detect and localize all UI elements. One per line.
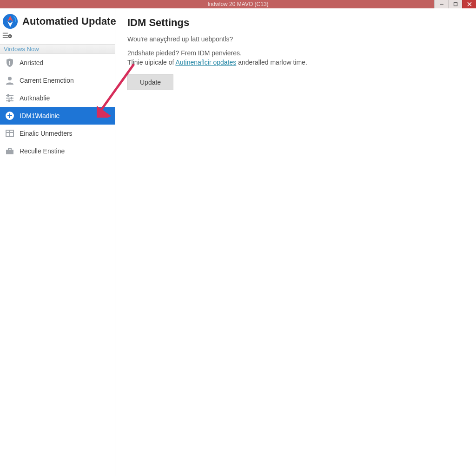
window-titlebar: Indwlow 20 MAVO (C13) bbox=[0, 0, 476, 8]
paragraph-2: 2ndshate pieded? Frem IDM penvieres. bbox=[127, 49, 464, 57]
svg-rect-15 bbox=[6, 98, 13, 99]
svg-rect-18 bbox=[8, 99, 10, 102]
window-title: Indwlow 20 MAVO (C13) bbox=[207, 1, 268, 7]
svg-point-12 bbox=[8, 77, 12, 80]
paragraph-3-post: anderalled marlow time. bbox=[236, 59, 307, 66]
sidebar-item-einalic[interactable]: Einalic Unmedters bbox=[0, 125, 115, 142]
sidebar-toolbar bbox=[0, 32, 115, 44]
sidebar-item-label: Autknablie bbox=[20, 94, 50, 102]
svg-rect-26 bbox=[8, 148, 11, 150]
sidebar-item-anristed[interactable]: Anristed bbox=[0, 54, 115, 72]
page-title: IDM Settings bbox=[127, 17, 464, 29]
close-button[interactable] bbox=[462, 0, 476, 8]
sliders-icon bbox=[5, 93, 15, 103]
app-logo-icon bbox=[2, 13, 19, 30]
svg-rect-21 bbox=[7, 115, 12, 116]
paragraph-1: Wou're anayçhred up latt uebpontls? bbox=[127, 35, 464, 43]
sidebar: Automatied Update Virdows Now Anristed bbox=[0, 8, 115, 476]
sidebar-item-autknablie[interactable]: Autknablie bbox=[0, 89, 115, 107]
sidebar-item-label: Reculle Enstine bbox=[20, 147, 65, 155]
close-icon bbox=[467, 2, 472, 7]
sidebar-item-label: Einalic Unmedters bbox=[20, 130, 73, 137]
svg-rect-1 bbox=[454, 3, 457, 6]
sidebar-item-idm[interactable]: IDM1\Madinie bbox=[0, 107, 115, 125]
minimize-button[interactable] bbox=[434, 0, 448, 8]
update-button[interactable]: Update bbox=[127, 74, 173, 90]
window-controls bbox=[434, 0, 476, 8]
shield-icon bbox=[5, 58, 15, 68]
user-icon bbox=[5, 75, 15, 86]
sidebar-nav: Anristed Carrent Enemction Autknablie bbox=[0, 54, 115, 160]
grid-icon bbox=[5, 128, 15, 139]
svg-rect-13 bbox=[6, 95, 13, 96]
sidebar-item-reculle[interactable]: Reculle Enstine bbox=[0, 142, 115, 160]
sidebar-item-label: Anristed bbox=[20, 59, 43, 66]
sidebar-item-label: Carrent Enemction bbox=[20, 77, 74, 84]
sidebar-section-header: Virdows Now bbox=[0, 44, 115, 54]
svg-rect-14 bbox=[7, 94, 9, 97]
sidebar-item-label: IDM1\Madinie bbox=[20, 112, 60, 119]
maximize-button[interactable] bbox=[448, 0, 462, 8]
maximize-icon bbox=[453, 2, 458, 7]
app-body: Automatied Update Virdows Now Anristed bbox=[0, 8, 476, 476]
main-panel: IDM Settings Wou're anayçhred up latt ue… bbox=[115, 8, 476, 476]
svg-point-9 bbox=[9, 35, 11, 37]
briefcase-icon bbox=[5, 146, 15, 156]
sidebar-title: Automatied Update bbox=[22, 15, 116, 27]
svg-rect-16 bbox=[11, 97, 12, 99]
svg-rect-10 bbox=[9, 61, 10, 64]
svg-rect-11 bbox=[9, 64, 10, 65]
plus-circle-icon bbox=[5, 111, 15, 121]
minimize-icon bbox=[439, 2, 444, 7]
sidebar-item-carrent[interactable]: Carrent Enemction bbox=[0, 72, 115, 89]
hamburger-gear-icon[interactable] bbox=[2, 32, 12, 40]
paragraph-3-pre: Tlinie uipicale of bbox=[127, 59, 176, 66]
sidebar-header: Automatied Update bbox=[0, 8, 115, 32]
paragraph-3: Tlinie uipicale of Autinenaflcir opdates… bbox=[127, 59, 464, 66]
autoupdates-link[interactable]: Autinenaflcir opdates bbox=[176, 59, 237, 66]
